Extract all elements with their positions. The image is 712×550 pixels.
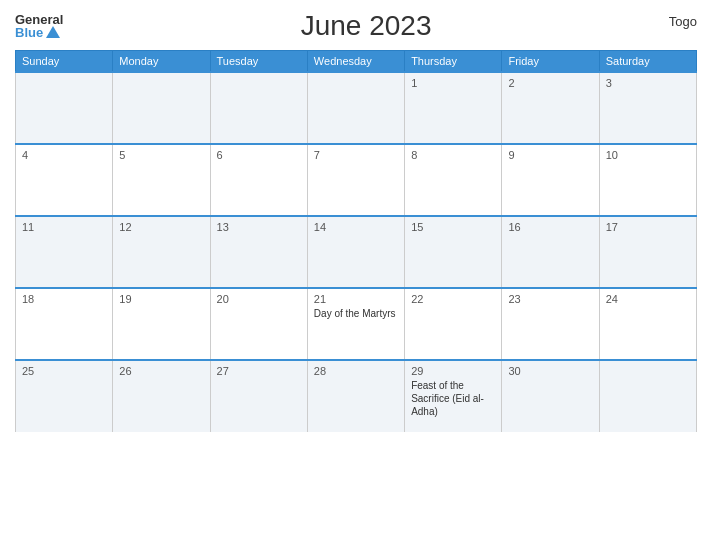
calendar-cell: 25 xyxy=(16,360,113,432)
calendar-cell: 14 xyxy=(307,216,404,288)
day-number: 7 xyxy=(314,149,398,161)
calendar-cell: 13 xyxy=(210,216,307,288)
col-wednesday: Wednesday xyxy=(307,51,404,73)
calendar-cell: 7 xyxy=(307,144,404,216)
day-number: 6 xyxy=(217,149,301,161)
calendar-cell: 15 xyxy=(405,216,502,288)
calendar-cell: 26 xyxy=(113,360,210,432)
day-number: 3 xyxy=(606,77,690,89)
calendar-cell: 28 xyxy=(307,360,404,432)
logo-blue-text: Blue xyxy=(15,26,60,39)
col-saturday: Saturday xyxy=(599,51,696,73)
calendar-cell: 5 xyxy=(113,144,210,216)
day-number: 24 xyxy=(606,293,690,305)
calendar-cell: 1 xyxy=(405,72,502,144)
calendar-week-3: 11121314151617 xyxy=(16,216,697,288)
calendar-cell: 2 xyxy=(502,72,599,144)
day-number: 21 xyxy=(314,293,398,305)
day-number: 28 xyxy=(314,365,398,377)
calendar-cell: 12 xyxy=(113,216,210,288)
calendar-cell: 16 xyxy=(502,216,599,288)
calendar-cell: 19 xyxy=(113,288,210,360)
calendar-week-1: 123 xyxy=(16,72,697,144)
day-number: 13 xyxy=(217,221,301,233)
calendar-cell: 29Feast of the Sacrifice (Eid al-Adha) xyxy=(405,360,502,432)
day-number: 18 xyxy=(22,293,106,305)
logo-triangle-icon xyxy=(46,26,60,38)
calendar-body: 123456789101112131415161718192021Day of … xyxy=(16,72,697,432)
calendar-week-2: 45678910 xyxy=(16,144,697,216)
calendar-cell: 11 xyxy=(16,216,113,288)
calendar-cell xyxy=(210,72,307,144)
day-number: 14 xyxy=(314,221,398,233)
event-text: Day of the Martyrs xyxy=(314,307,398,320)
calendar-cell: 9 xyxy=(502,144,599,216)
day-number: 8 xyxy=(411,149,495,161)
day-number: 29 xyxy=(411,365,495,377)
day-number: 2 xyxy=(508,77,592,89)
day-number: 23 xyxy=(508,293,592,305)
day-number: 5 xyxy=(119,149,203,161)
col-monday: Monday xyxy=(113,51,210,73)
calendar-cell: 23 xyxy=(502,288,599,360)
calendar-cell xyxy=(599,360,696,432)
logo: General Blue xyxy=(15,13,63,39)
day-number: 25 xyxy=(22,365,106,377)
event-text: Feast of the Sacrifice (Eid al-Adha) xyxy=(411,379,495,418)
calendar-cell xyxy=(307,72,404,144)
country-label: Togo xyxy=(669,10,697,29)
day-number: 17 xyxy=(606,221,690,233)
col-thursday: Thursday xyxy=(405,51,502,73)
calendar-cell xyxy=(113,72,210,144)
calendar-cell: 22 xyxy=(405,288,502,360)
calendar-cell: 8 xyxy=(405,144,502,216)
days-of-week-row: Sunday Monday Tuesday Wednesday Thursday… xyxy=(16,51,697,73)
calendar-cell: 21Day of the Martyrs xyxy=(307,288,404,360)
day-number: 12 xyxy=(119,221,203,233)
day-number: 15 xyxy=(411,221,495,233)
calendar-table: Sunday Monday Tuesday Wednesday Thursday… xyxy=(15,50,697,432)
day-number: 11 xyxy=(22,221,106,233)
day-number: 26 xyxy=(119,365,203,377)
day-number: 1 xyxy=(411,77,495,89)
day-number: 4 xyxy=(22,149,106,161)
header: General Blue June 2023 Togo xyxy=(15,10,697,42)
day-number: 19 xyxy=(119,293,203,305)
col-sunday: Sunday xyxy=(16,51,113,73)
calendar-cell: 20 xyxy=(210,288,307,360)
calendar-cell: 17 xyxy=(599,216,696,288)
day-number: 20 xyxy=(217,293,301,305)
page: General Blue June 2023 Togo Sunday Monda… xyxy=(0,0,712,550)
calendar-cell: 18 xyxy=(16,288,113,360)
calendar-cell: 6 xyxy=(210,144,307,216)
calendar-cell: 30 xyxy=(502,360,599,432)
calendar-cell: 10 xyxy=(599,144,696,216)
col-tuesday: Tuesday xyxy=(210,51,307,73)
day-number: 16 xyxy=(508,221,592,233)
calendar-cell: 4 xyxy=(16,144,113,216)
calendar-cell: 24 xyxy=(599,288,696,360)
day-number: 9 xyxy=(508,149,592,161)
day-number: 10 xyxy=(606,149,690,161)
calendar-header: Sunday Monday Tuesday Wednesday Thursday… xyxy=(16,51,697,73)
calendar-cell: 27 xyxy=(210,360,307,432)
day-number: 22 xyxy=(411,293,495,305)
day-number: 30 xyxy=(508,365,592,377)
calendar-cell: 3 xyxy=(599,72,696,144)
day-number: 27 xyxy=(217,365,301,377)
calendar-week-4: 18192021Day of the Martyrs222324 xyxy=(16,288,697,360)
calendar-title: June 2023 xyxy=(63,10,668,42)
calendar-cell xyxy=(16,72,113,144)
calendar-week-5: 2526272829Feast of the Sacrifice (Eid al… xyxy=(16,360,697,432)
col-friday: Friday xyxy=(502,51,599,73)
